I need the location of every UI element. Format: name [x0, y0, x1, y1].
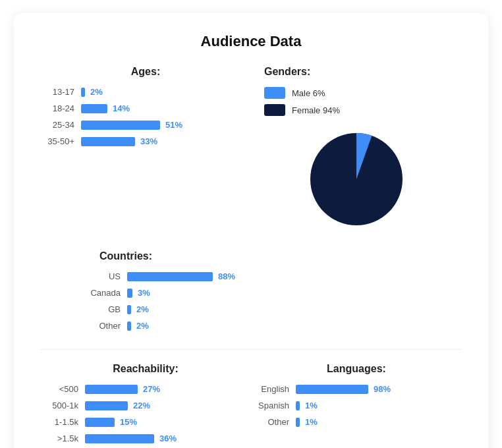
reachability-bar	[85, 418, 115, 427]
genders-legend-item: Female 94%	[264, 104, 340, 116]
reachability-pct-label: 36%	[159, 434, 177, 443]
countries-pct-label: 2%	[136, 321, 149, 331]
ages-range-label: 18-24	[40, 103, 74, 113]
reachability-bar	[85, 434, 154, 443]
ages-bar-container: 33%	[81, 136, 157, 146]
countries-pct-label: 88%	[218, 271, 235, 281]
reachability-pct-label: 27%	[143, 384, 160, 394]
ages-bars: 13-17 2% 18-24 14% 25-34 51% 35-50+ 33%	[40, 87, 251, 146]
reachability-pct-label: 15%	[120, 417, 137, 427]
ages-title: Ages:	[40, 66, 251, 78]
countries-bar	[127, 305, 131, 314]
genders-legend-box	[264, 87, 285, 99]
reachability-pct-label: 22%	[133, 401, 150, 410]
countries-name-label: Canada	[86, 288, 121, 298]
languages-name-label: English	[251, 384, 289, 394]
languages-name-label: Other	[251, 417, 289, 427]
countries-name-label: Other	[86, 321, 121, 331]
languages-bar-container: 1%	[296, 417, 318, 427]
ages-pct-label: 14%	[113, 103, 130, 113]
reachability-bar-row: >1.5k 36%	[40, 434, 251, 443]
countries-pct-label: 3%	[138, 288, 150, 298]
countries-bars: US 88% Canada 3% GB 2% Other 2%	[40, 271, 462, 331]
countries-bar	[127, 272, 213, 281]
ages-range-label: 25-34	[40, 120, 74, 130]
page-title: Audience Data	[40, 33, 462, 50]
countries-pct-label: 2%	[136, 304, 149, 314]
ages-bar	[81, 137, 135, 146]
top-section: Ages: 13-17 2% 18-24 14% 25-34 51% 35-50…	[40, 66, 462, 232]
genders-legend-label: Female 94%	[292, 105, 340, 115]
ages-bar-row: 35-50+ 33%	[40, 136, 251, 146]
reachability-section: Reachability: <500 27% 500-1k 22% 1-1.5k…	[40, 363, 251, 448]
reachability-range-label: 500-1k	[40, 401, 78, 410]
languages-pct-label: 1%	[305, 417, 318, 427]
ages-pct-label: 51%	[165, 120, 182, 130]
bottom-section: Reachability: <500 27% 500-1k 22% 1-1.5k…	[40, 363, 462, 448]
genders-legend-label: Male 6%	[292, 88, 325, 98]
divider	[40, 349, 462, 350]
countries-bar-row: Other 2%	[86, 321, 462, 331]
countries-bar-container: 3%	[127, 288, 150, 298]
ages-range-label: 13-17	[40, 87, 74, 97]
languages-bar	[296, 385, 368, 394]
countries-bar-row: Canada 3%	[86, 288, 462, 298]
ages-pct-label: 2%	[90, 87, 103, 97]
languages-bar	[296, 401, 300, 410]
countries-title: Countries:	[99, 250, 462, 262]
ages-bar-container: 51%	[81, 120, 182, 130]
languages-pct-label: 1%	[305, 401, 318, 410]
languages-section: Languages: English 98% Spanish 1% Other …	[251, 363, 462, 448]
reachability-range-label: <500	[40, 384, 78, 394]
countries-bar	[127, 322, 131, 331]
languages-bar-container: 98%	[296, 384, 391, 394]
ages-bar-container: 14%	[81, 103, 130, 113]
languages-pct-label: 98%	[374, 384, 391, 394]
pie-chart	[304, 126, 409, 232]
countries-bar-container: 2%	[127, 321, 149, 331]
ages-range-label: 35-50+	[40, 136, 74, 146]
countries-bar-container: 2%	[127, 304, 149, 314]
reachability-bar-container: 22%	[85, 401, 150, 410]
languages-name-label: Spanish	[251, 401, 289, 410]
ages-section: Ages: 13-17 2% 18-24 14% 25-34 51% 35-50…	[40, 66, 251, 232]
countries-bar	[127, 289, 132, 298]
languages-bar-row: Other 1%	[251, 417, 462, 427]
ages-bar-container: 2%	[81, 87, 103, 97]
ages-bar-row: 25-34 51%	[40, 120, 251, 130]
ages-bar-row: 18-24 14%	[40, 103, 251, 113]
genders-section: Genders: Male 6% Female 94%	[251, 66, 462, 232]
countries-bar-container: 88%	[127, 271, 235, 281]
reachability-range-label: 1-1.5k	[40, 417, 78, 427]
reachability-bar-container: 27%	[85, 384, 160, 394]
genders-legend: Male 6% Female 94%	[264, 87, 340, 116]
countries-bar-row: US 88%	[86, 271, 462, 281]
countries-name-label: GB	[86, 304, 121, 314]
ages-bar	[81, 104, 107, 113]
reachability-bar-row: 500-1k 22%	[40, 401, 251, 410]
languages-title: Languages:	[251, 363, 462, 375]
genders-legend-item: Male 6%	[264, 87, 340, 99]
reachability-range-label: >1.5k	[40, 434, 78, 443]
reachability-bar	[85, 385, 138, 394]
ages-bar-row: 13-17 2%	[40, 87, 251, 97]
ages-bar	[81, 121, 160, 130]
reachability-bars: <500 27% 500-1k 22% 1-1.5k 15% >1.5k 36%	[40, 384, 251, 443]
reachability-title: Reachability:	[40, 363, 251, 375]
audience-card: Audience Data Ages: 13-17 2% 18-24 14% 2…	[14, 13, 488, 448]
countries-section: Countries: US 88% Canada 3% GB 2% Other …	[40, 250, 462, 331]
reachability-bar-container: 15%	[85, 417, 137, 427]
reachability-bar-container: 36%	[85, 434, 177, 443]
reachability-bar	[85, 401, 128, 410]
countries-name-label: US	[86, 271, 121, 281]
ages-pct-label: 33%	[140, 136, 157, 146]
pie-chart-wrapper	[304, 126, 409, 232]
ages-bar	[81, 88, 85, 97]
reachability-bar-row: <500 27%	[40, 384, 251, 394]
genders-legend-box	[264, 104, 285, 116]
languages-bars: English 98% Spanish 1% Other 1%	[251, 384, 462, 427]
languages-bar-row: Spanish 1%	[251, 401, 462, 410]
languages-bar-container: 1%	[296, 401, 318, 410]
genders-title: Genders:	[264, 66, 310, 78]
languages-bar	[296, 418, 300, 427]
